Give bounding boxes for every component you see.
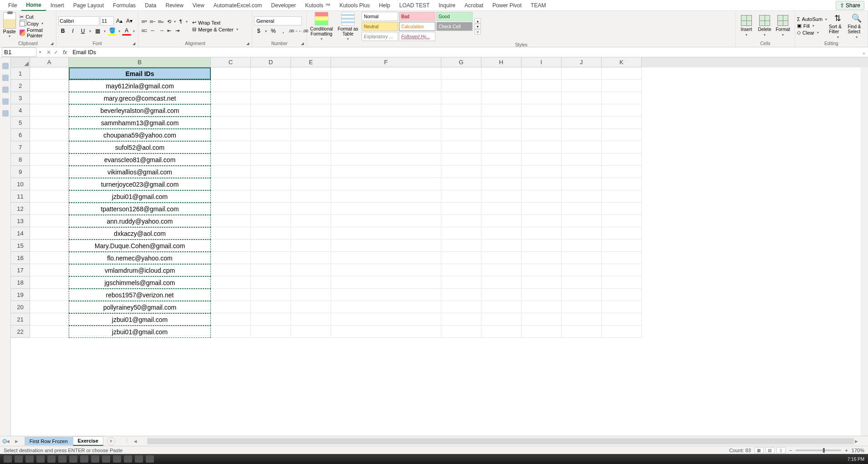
vertical-scrollbar[interactable] xyxy=(861,67,868,436)
tab-developer[interactable]: Developer xyxy=(266,0,301,10)
cell-B15[interactable]: Mary.Duque.Cohen@gmail.com xyxy=(69,240,211,252)
cell-K13[interactable] xyxy=(602,215,642,227)
view-normal-button[interactable]: ▦ xyxy=(755,447,764,454)
cell-E3[interactable] xyxy=(291,92,331,104)
cell-E13[interactable] xyxy=(291,215,331,227)
cell-K20[interactable] xyxy=(602,301,642,313)
cell-A15[interactable] xyxy=(30,240,69,252)
cell-B14[interactable]: dxkaczy@aol.com xyxy=(69,227,211,240)
cell-J6[interactable] xyxy=(562,129,602,141)
tab-team[interactable]: TEAM xyxy=(526,0,550,10)
cell-I13[interactable] xyxy=(521,215,562,227)
cell-H16[interactable] xyxy=(481,252,521,264)
column-header-C[interactable]: C xyxy=(211,57,251,67)
cell-F19[interactable] xyxy=(331,289,441,301)
cell-I19[interactable] xyxy=(521,289,562,301)
wrap-text-button[interactable]: ↩Wrap Text xyxy=(192,20,239,25)
underline-dropdown-icon[interactable]: ▾ xyxy=(88,29,92,33)
pane-icon-1[interactable] xyxy=(2,63,9,69)
cell-G16[interactable] xyxy=(441,252,481,264)
cell-H19[interactable] xyxy=(481,289,521,301)
cell-F7[interactable] xyxy=(331,141,441,153)
cell-B12[interactable]: tpatterson1268@gmail.com xyxy=(69,203,211,215)
paste-button[interactable]: Paste ▾ xyxy=(2,12,17,40)
cell-H8[interactable] xyxy=(481,153,521,166)
tab-power-pivot[interactable]: Power Pivot xyxy=(488,0,526,10)
horizontal-scrollbar[interactable] xyxy=(147,438,854,444)
cell-D13[interactable] xyxy=(251,215,291,227)
cell-H11[interactable] xyxy=(481,190,521,203)
tab-view[interactable]: View xyxy=(188,0,209,10)
align-top-button[interactable] xyxy=(140,17,148,25)
cell-G5[interactable] xyxy=(441,117,481,129)
cell-B8[interactable]: evanscleo81@gmail.com xyxy=(69,153,211,166)
sheet-nav-last-icon[interactable]: ► xyxy=(14,439,19,444)
cell-B16[interactable]: flo.nemec@yahoo.com xyxy=(69,252,211,264)
cell-G19[interactable] xyxy=(441,289,481,301)
cell-F2[interactable] xyxy=(331,80,441,92)
style-calculation[interactable]: Calculation xyxy=(399,22,435,31)
row-header-7[interactable]: 7 xyxy=(11,141,30,153)
border-dropdown-icon[interactable]: ▾ xyxy=(103,29,107,33)
row-header-22[interactable]: 22 xyxy=(11,326,30,338)
cell-B20[interactable]: pollyrainey50@gmail.com xyxy=(69,301,211,313)
zoom-in-button[interactable]: + xyxy=(845,448,848,453)
cell-J7[interactable] xyxy=(562,141,602,153)
cell-A11[interactable] xyxy=(30,190,69,203)
cell-I10[interactable] xyxy=(521,178,562,190)
cell-styles-gallery[interactable]: Normal Bad Good Neutral Calculation Chec… xyxy=(362,12,473,41)
cell-D5[interactable] xyxy=(251,117,291,129)
cell-I12[interactable] xyxy=(521,203,562,215)
cell-G18[interactable] xyxy=(441,276,481,289)
cell-H7[interactable] xyxy=(481,141,521,153)
cell-B4[interactable]: beverleyralston@gmail.com xyxy=(69,104,211,117)
taskbar-icon[interactable] xyxy=(113,455,121,463)
style-good[interactable]: Good xyxy=(436,12,473,21)
cell-H21[interactable] xyxy=(481,313,521,326)
increase-font-button[interactable]: A▴ xyxy=(115,16,124,25)
cell-I8[interactable] xyxy=(521,153,562,166)
cell-J5[interactable] xyxy=(562,117,602,129)
row-header-1[interactable]: 1 xyxy=(11,67,30,80)
cell-I5[interactable] xyxy=(521,117,562,129)
cell-K22[interactable] xyxy=(602,326,642,338)
cell-F13[interactable] xyxy=(331,215,441,227)
cell-A17[interactable] xyxy=(30,264,69,276)
cell-I4[interactable] xyxy=(521,104,562,117)
cell-A8[interactable] xyxy=(30,153,69,166)
pane-icon-5[interactable] xyxy=(2,110,9,117)
cell-F1[interactable] xyxy=(331,67,441,80)
cell-G13[interactable] xyxy=(441,215,481,227)
cell-B6[interactable]: choupana59@yahoo.com xyxy=(69,129,211,141)
cell-C1[interactable] xyxy=(211,67,251,80)
cell-H13[interactable] xyxy=(481,215,521,227)
cell-G21[interactable] xyxy=(441,313,481,326)
cell-D3[interactable] xyxy=(251,92,291,104)
cell-G4[interactable] xyxy=(441,104,481,117)
ltr-dropdown-icon[interactable]: ▾ xyxy=(185,17,189,25)
cell-F10[interactable] xyxy=(331,178,441,190)
cell-C6[interactable] xyxy=(211,129,251,141)
cell-D9[interactable] xyxy=(251,166,291,178)
fill-color-button[interactable]: 🪣 xyxy=(107,26,117,36)
cell-C16[interactable] xyxy=(211,252,251,264)
cell-E20[interactable] xyxy=(291,301,331,313)
taskbar-icon[interactable] xyxy=(102,455,110,463)
cell-I14[interactable] xyxy=(521,227,562,240)
cell-F20[interactable] xyxy=(331,301,441,313)
cell-H14[interactable] xyxy=(481,227,521,240)
cell-F18[interactable] xyxy=(331,276,441,289)
fill-dropdown-icon[interactable]: ▾ xyxy=(117,29,121,33)
tab-inquire[interactable]: Inquire xyxy=(434,0,460,10)
cell-E16[interactable] xyxy=(291,252,331,264)
cell-E11[interactable] xyxy=(291,190,331,203)
tab-split-handle[interactable]: ⋮ xyxy=(124,438,129,444)
cell-A10[interactable] xyxy=(30,178,69,190)
row-header-6[interactable]: 6 xyxy=(11,129,30,141)
row-header-14[interactable]: 14 xyxy=(11,227,30,240)
format-as-table-button[interactable]: Format as Table▾ xyxy=(335,12,361,41)
cell-D1[interactable] xyxy=(251,67,291,80)
cell-B11[interactable]: jzbui01@gmail.com xyxy=(69,190,211,203)
style-bad[interactable]: Bad xyxy=(399,12,435,21)
tab-data[interactable]: Data xyxy=(140,0,161,10)
